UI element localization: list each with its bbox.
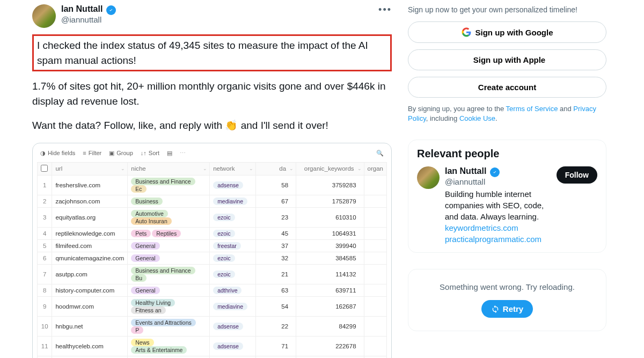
sort-icon: ↓↑ [141, 150, 147, 156]
cell-network: adsense [210, 316, 256, 336]
relevant-people-title: Relevant people [417, 148, 597, 160]
cell-network: ezoic [210, 264, 256, 284]
cell-da: 37 [256, 239, 296, 252]
table-row[interactable]: 4reptileknowledge.comPetsReptilesezoic45… [38, 227, 387, 239]
highlighted-line: I checked the index status of 49,345 sit… [32, 34, 392, 71]
cell-url: reptileknowledge.com [52, 227, 128, 239]
bio-link-1[interactable]: keywordmetrics.com [445, 223, 518, 232]
table-row[interactable]: 2zacjohnson.comBusinessmediavine67175287… [38, 195, 387, 207]
table-row[interactable]: 12allfamousbirthday.comSportsIce Hockeya… [38, 356, 387, 358]
google-icon [462, 27, 471, 37]
search-icon[interactable]: 🔍 [376, 150, 384, 157]
cell-niche: Business [128, 195, 210, 207]
author-name: Ian Nuttall [61, 4, 103, 13]
tweet-header: Ian Nuttall @iannuttall ••• [32, 4, 392, 28]
avatar[interactable] [32, 4, 56, 28]
cell-organic-keywords: 1752879 [296, 195, 364, 207]
cell-network: ezoic [210, 227, 256, 239]
cell-url: allfamousbirthday.com [52, 356, 128, 358]
table-row[interactable]: 1fresherslive.comBusiness and FinanceEca… [38, 175, 387, 195]
cell-niche: General [128, 284, 210, 296]
cell-network: adsense [210, 356, 256, 358]
cell-niche: Healthy LivingFitness an [128, 296, 210, 316]
cell-network: freestar [210, 239, 256, 252]
table-row[interactable]: 8history-computer.comGeneraladthrive6363… [38, 284, 387, 296]
cell-organic-keywords: 399940 [296, 239, 364, 252]
tos-link[interactable]: Terms of Service [506, 105, 558, 113]
group-icon: ▣ [109, 150, 114, 157]
table-row[interactable]: 9hoodmwr.comHealthy LivingFitness anmedi… [38, 296, 387, 316]
col-da[interactable]: da⌄ [256, 162, 296, 175]
table-toolbar: ◑Hide fields ≡Filter ▣Group ↓↑Sort ▤ ⋯ 🔍 [37, 148, 387, 162]
row-index: 2 [38, 195, 52, 207]
cell-url: zacjohnson.com [52, 195, 128, 207]
cell-organic-keywords: 3759283 [296, 175, 364, 195]
cell-organic-keywords: 384585 [296, 252, 364, 264]
filter-icon: ≡ [83, 150, 86, 156]
cookie-link[interactable]: Cookie Use [459, 114, 495, 122]
signup-google-button[interactable]: Sign up with Google [408, 21, 606, 43]
cell-url: healthyceleb.com [52, 336, 128, 356]
cell-network: adthrive [210, 284, 256, 296]
row-index: 11 [38, 336, 52, 356]
tweet-line-2: 1.7% of sites got hit, 20+ million month… [32, 79, 392, 108]
color-icon: ▤ [167, 150, 172, 157]
person-bio: Building humble internet companies with … [445, 188, 551, 245]
cell-url: filmifeed.com [52, 239, 128, 252]
filter-button[interactable]: ≡Filter [83, 150, 101, 156]
col-organic[interactable]: organ [364, 162, 386, 175]
color-button[interactable]: ▤ [167, 150, 172, 157]
cell-organic-keywords: 84299 [296, 316, 364, 336]
row-index: 9 [38, 296, 52, 316]
avatar[interactable] [417, 166, 440, 189]
table-row[interactable]: 11healthyceleb.comNewsArts & Entertainme… [38, 336, 387, 356]
cell-niche: AutomotiveAuto Insuran [128, 207, 210, 227]
table-row[interactable]: 6qmunicatemagazine.comGeneralezoic323845… [38, 252, 387, 264]
cell-niche: NewsArts & Entertainme [128, 336, 210, 356]
group-button[interactable]: ▣Group [109, 150, 133, 157]
bio-link-2[interactable]: practicalprogrammatic.com [445, 235, 541, 244]
cell-url: asutpp.com [52, 264, 128, 284]
error-panel: Something went wrong. Try reloading. Ret… [408, 269, 606, 331]
error-message: Something went wrong. Try reloading. [417, 282, 597, 291]
col-organic-keywords[interactable]: organic_keywords⌄ [296, 162, 364, 175]
cell-url: qmunicatemagazine.com [52, 252, 128, 264]
cell-organic-keywords: 162687 [296, 296, 364, 316]
row-index: 5 [38, 239, 52, 252]
author-handle[interactable]: @iannuttall [61, 15, 116, 24]
eye-icon: ◑ [40, 150, 46, 157]
cell-da: 38 [256, 356, 296, 358]
col-checkbox[interactable] [38, 162, 52, 175]
person-handle[interactable]: @iannuttall [445, 177, 551, 186]
row-index: 12 [38, 356, 52, 358]
cell-da: 32 [256, 252, 296, 264]
verified-badge-icon [490, 167, 500, 177]
author-name-row[interactable]: Ian Nuttall [61, 4, 116, 15]
table-row[interactable]: 10hnbgu.netEvents and AttractionsPadsens… [38, 316, 387, 336]
cell-da: 21 [256, 264, 296, 284]
table-row[interactable]: 3equityatlas.orgAutomotiveAuto Insuranez… [38, 207, 387, 227]
follow-button[interactable]: Follow [557, 166, 597, 184]
signup-apple-button[interactable]: Sign up with Apple [408, 49, 606, 70]
table-row[interactable]: 7asutpp.comBusiness and FinanceBuezoic21… [38, 264, 387, 284]
col-network[interactable]: network⌄ [210, 162, 256, 175]
create-account-button[interactable]: Create account [408, 77, 606, 98]
cell-network: mediavine [210, 296, 256, 316]
cell-da: 22 [256, 316, 296, 336]
cell-niche: PetsReptiles [128, 227, 210, 239]
table-row[interactable]: 5filmifeed.comGeneralfreestar37399940 [38, 239, 387, 252]
retry-button[interactable]: Retry [481, 300, 533, 318]
cell-url: history-computer.com [52, 284, 128, 296]
cell-niche: Events and AttractionsP [128, 316, 210, 336]
more-options-button[interactable]: ••• [378, 4, 392, 16]
row-index: 1 [38, 175, 52, 195]
hide-fields-button[interactable]: ◑Hide fields [40, 150, 75, 157]
col-url[interactable]: url⌄ [52, 162, 128, 175]
row-index: 3 [38, 207, 52, 227]
row-index: 8 [38, 284, 52, 296]
cell-organic-keywords: 639711 [296, 284, 364, 296]
sort-button[interactable]: ↓↑Sort [141, 150, 159, 156]
cell-da: 63 [256, 284, 296, 296]
cell-organic-keywords: 444598 [296, 356, 364, 358]
col-niche[interactable]: niche⌄ [128, 162, 210, 175]
